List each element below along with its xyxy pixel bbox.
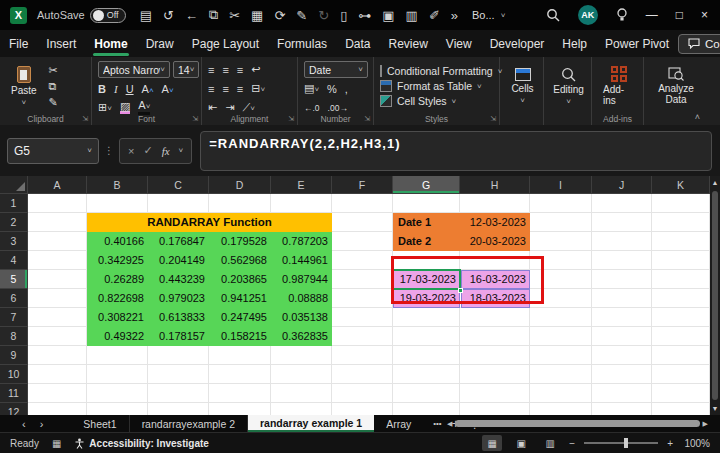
grid-cell-i12[interactable]: [530, 403, 592, 415]
underline-button[interactable]: U: [126, 83, 134, 95]
grid-cell-b6[interactable]: [87, 289, 148, 308]
horizontal-scroll-thumb[interactable]: [455, 420, 699, 427]
grid-cell-c2[interactable]: [148, 213, 209, 232]
font-size-select[interactable]: 14˅: [173, 61, 199, 78]
scroll-down-icon[interactable]: ▼: [712, 402, 719, 415]
grid-cell-h4[interactable]: [460, 251, 530, 270]
grid-cell-c1[interactable]: [148, 194, 209, 213]
vertical-scrollbar[interactable]: ▲ ▼: [710, 176, 720, 415]
workbook-stats-icon[interactable]: ▥: [406, 8, 418, 23]
grid-cell-h9[interactable]: [460, 346, 530, 365]
grid-cell-h7[interactable]: [460, 308, 530, 327]
grid-cell-k8[interactable]: [652, 327, 710, 346]
row-header-12[interactable]: 12: [0, 403, 28, 415]
column-header-d[interactable]: D: [209, 176, 271, 194]
row-header-8[interactable]: 8: [0, 327, 28, 346]
analyze-data-button[interactable]: Analyze Data: [650, 61, 702, 111]
grid-cell-g3[interactable]: [393, 232, 460, 251]
grid-cell-j5[interactable]: [592, 270, 652, 289]
font-name-select[interactable]: Aptos Narrow˅: [98, 61, 170, 78]
grid-cell-d2[interactable]: [209, 213, 271, 232]
alignment-dialog-launcher[interactable]: ⇲: [288, 115, 294, 123]
grid-cell-j3[interactable]: [592, 232, 652, 251]
maximize-button[interactable]: □: [676, 8, 683, 22]
grid-cell-h11[interactable]: [460, 384, 530, 403]
grid-cell-c5[interactable]: [148, 270, 209, 289]
grid-cell-f9[interactable]: [332, 346, 393, 365]
percent-style-button[interactable]: %: [327, 83, 337, 95]
ribbon-tab-review[interactable]: Review: [379, 32, 436, 56]
sheet-tab-randarray-example-1[interactable]: randarray example 1: [248, 415, 374, 432]
align-middle-button[interactable]: ≡: [222, 64, 228, 76]
grid-cell-a4[interactable]: [28, 251, 87, 270]
ribbon-tab-insert[interactable]: Insert: [37, 32, 85, 56]
grid-cell-j4[interactable]: [592, 251, 652, 270]
grid-cell-i5[interactable]: [530, 270, 592, 289]
grid-cell-f12[interactable]: [332, 403, 393, 415]
grid-cell-d12[interactable]: [209, 403, 271, 415]
grid-cell-d8[interactable]: [209, 327, 271, 346]
column-header-f[interactable]: F: [332, 176, 393, 194]
ribbon-tab-help[interactable]: Help: [553, 32, 596, 56]
new-file-icon[interactable]: ▯: [340, 8, 347, 23]
grow-font-button[interactable]: A˄: [142, 83, 154, 95]
paste-picture-icon[interactable]: ▦: [251, 8, 263, 23]
grid-cell-d1[interactable]: [209, 194, 271, 213]
grid-cell-h6[interactable]: [460, 289, 530, 308]
grid-cell-f4[interactable]: [332, 251, 393, 270]
back-icon[interactable]: ←: [185, 8, 198, 23]
column-header-i[interactable]: I: [530, 176, 592, 194]
addins-button[interactable]: Add-ins: [598, 61, 639, 111]
row-header-11[interactable]: 11: [0, 384, 28, 403]
normal-view-button[interactable]: ▦: [482, 435, 502, 451]
ribbon-tab-draw[interactable]: Draw: [137, 32, 183, 56]
borders-button[interactable]: ⊞˅: [98, 101, 112, 114]
grid-cell-i9[interactable]: [530, 346, 592, 365]
cancel-entry-button[interactable]: ×: [128, 145, 134, 157]
align-center-button[interactable]: ≡: [222, 83, 228, 95]
row-header-6[interactable]: 6: [0, 289, 28, 308]
column-header-h[interactable]: H: [460, 176, 530, 194]
zoom-in-button[interactable]: +: [667, 438, 673, 449]
horizontal-scrollbar[interactable]: ◀ ▶: [447, 418, 708, 429]
grid-cell-f3[interactable]: [332, 232, 393, 251]
draw-icon[interactable]: ✎: [296, 8, 307, 23]
grid-cell-f10[interactable]: [332, 365, 393, 384]
grid-cell-g12[interactable]: [393, 403, 460, 415]
search-icon[interactable]: [546, 8, 560, 22]
zoom-slider-thumb[interactable]: [624, 438, 628, 448]
grid-cell-f5[interactable]: [332, 270, 393, 289]
grid-cell-f8[interactable]: [332, 327, 393, 346]
grid-cell-e6[interactable]: [271, 289, 332, 308]
page-layout-view-button[interactable]: ▣: [511, 435, 531, 451]
grid-cell-k6[interactable]: [652, 289, 710, 308]
grid-cell-b4[interactable]: [87, 251, 148, 270]
page-break-view-button[interactable]: ▥: [540, 435, 560, 451]
grid-cell-j1[interactable]: [592, 194, 652, 213]
number-dialog-launcher[interactable]: ⇲: [364, 115, 370, 123]
grid-cell-j7[interactable]: [592, 308, 652, 327]
grid-cell-j6[interactable]: [592, 289, 652, 308]
grid-cell-e4[interactable]: [271, 251, 332, 270]
grid-cell-e11[interactable]: [271, 384, 332, 403]
grid-cell-c7[interactable]: [148, 308, 209, 327]
grid-cell-b3[interactable]: [87, 232, 148, 251]
macro-record-icon[interactable]: ▦: [52, 438, 61, 449]
grid-cell-e10[interactable]: [271, 365, 332, 384]
grid-cell-a11[interactable]: [28, 384, 87, 403]
grid-cell-b2[interactable]: [87, 213, 148, 232]
grid-cell-h2[interactable]: [460, 213, 530, 232]
grid-cell-k5[interactable]: [652, 270, 710, 289]
grid-cell-i6[interactable]: [530, 289, 592, 308]
grid-cell-f6[interactable]: [332, 289, 393, 308]
name-box[interactable]: G5 ˅: [7, 138, 99, 164]
grid-cell-j10[interactable]: [592, 365, 652, 384]
minimize-button[interactable]: —: [646, 8, 658, 22]
grid-cell-k12[interactable]: [652, 403, 710, 415]
grid-cell-g5[interactable]: [393, 270, 460, 289]
fill-color-button[interactable]: ▨: [120, 101, 130, 114]
grid-cell-d3[interactable]: [209, 232, 271, 251]
paste-button[interactable]: Paste ˅: [6, 61, 42, 111]
grid-cell-h5[interactable]: [460, 270, 530, 289]
grid-cell-c4[interactable]: [148, 251, 209, 270]
